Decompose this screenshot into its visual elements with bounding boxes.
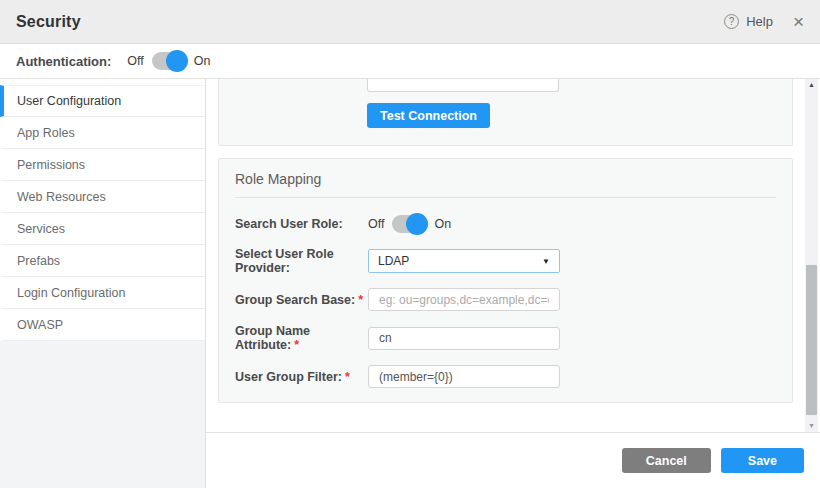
content-area: Test Connection Role Mapping Search User… xyxy=(206,79,820,488)
test-connection-button[interactable]: Test Connection xyxy=(367,103,490,128)
sidebar-item-owasp[interactable]: OWASP xyxy=(0,309,205,341)
sidebar-item-app-roles[interactable]: App Roles xyxy=(0,117,205,149)
group-search-base-row: Group Search Base:* xyxy=(235,288,776,311)
cancel-button[interactable]: Cancel xyxy=(622,448,711,473)
header-actions: ? Help × xyxy=(724,12,804,31)
sidebar-nav: User Configuration App Roles Permissions… xyxy=(0,79,205,341)
sidebar-item-permissions[interactable]: Permissions xyxy=(0,149,205,181)
search-user-role-row: Search User Role: Off On xyxy=(235,212,776,236)
save-button[interactable]: Save xyxy=(721,448,804,473)
sidebar-item-label: Services xyxy=(17,222,65,236)
scrollbar-thumb[interactable] xyxy=(806,265,817,415)
toggle-knob xyxy=(406,213,428,235)
user-group-filter-row: User Group Filter:* xyxy=(235,365,776,388)
sidebar-item-label: User Configuration xyxy=(17,94,121,108)
group-search-base-label: Group Search Base:* xyxy=(235,293,368,307)
group-search-base-input[interactable] xyxy=(368,288,560,311)
sidebar-item-label: App Roles xyxy=(17,126,75,140)
group-name-attribute-input[interactable] xyxy=(368,327,560,350)
scroll-up-arrow-icon[interactable]: ▲ xyxy=(805,79,818,91)
authentication-toggle[interactable] xyxy=(152,52,186,70)
role-mapping-title: Role Mapping xyxy=(235,171,776,187)
user-group-filter-label: User Group Filter:* xyxy=(235,370,368,384)
search-user-role-toggle[interactable] xyxy=(392,215,426,233)
user-role-provider-select[interactable]: LDAP ▼ xyxy=(368,249,560,273)
sidebar-item-user-configuration[interactable]: User Configuration xyxy=(0,85,205,117)
window-titlebar: Security ? Help × xyxy=(0,0,820,44)
user-group-filter-input[interactable] xyxy=(368,365,560,388)
sidebar-item-services[interactable]: Services xyxy=(0,213,205,245)
toggle-knob xyxy=(166,50,188,72)
scroll-down-arrow-icon[interactable]: ▼ xyxy=(805,420,818,432)
role-mapping-panel: Role Mapping Search User Role: Off On Se… xyxy=(218,158,793,403)
help-icon[interactable]: ? xyxy=(724,14,739,29)
caret-down-icon: ▼ xyxy=(542,257,550,266)
clipped-input-field[interactable] xyxy=(367,79,559,92)
ldap-connection-panel: Test Connection xyxy=(218,79,793,146)
authentication-on-label: On xyxy=(194,54,211,68)
main-area: User Configuration App Roles Permissions… xyxy=(0,79,820,488)
sidebar-item-prefabs[interactable]: Prefabs xyxy=(0,245,205,277)
sidebar-item-label: OWASP xyxy=(17,318,63,332)
required-marker: * xyxy=(358,293,363,307)
search-user-role-on-label: On xyxy=(434,217,451,231)
required-marker: * xyxy=(294,338,299,352)
close-icon[interactable]: × xyxy=(793,12,804,31)
group-name-attribute-label: Group Name Attribute:* xyxy=(235,324,368,352)
sidebar-item-label: Web Resources xyxy=(17,190,106,204)
group-name-attribute-row: Group Name Attribute:* xyxy=(235,324,776,352)
help-link[interactable]: Help xyxy=(746,14,773,29)
footer-actions: Cancel Save xyxy=(206,432,820,488)
sidebar-item-label: Permissions xyxy=(17,158,85,172)
sidebar-item-label: Prefabs xyxy=(17,254,60,268)
search-user-role-off-label: Off xyxy=(368,217,384,231)
sidebar: User Configuration App Roles Permissions… xyxy=(0,79,206,488)
page-title: Security xyxy=(16,13,81,31)
selected-option: LDAP xyxy=(378,254,409,268)
sidebar-item-login-configuration[interactable]: Login Configuration xyxy=(0,277,205,309)
scroll-viewport: Test Connection Role Mapping Search User… xyxy=(206,79,820,432)
required-marker: * xyxy=(345,370,350,384)
authentication-off-label: Off xyxy=(127,54,143,68)
sidebar-filler xyxy=(0,341,205,488)
provider-label: Select User Role Provider: xyxy=(235,247,368,275)
authentication-label: Authentication: xyxy=(16,54,111,69)
section-divider xyxy=(235,197,776,198)
provider-row: Select User Role Provider: LDAP ▼ xyxy=(235,247,776,275)
vertical-scrollbar[interactable]: ▲ ▼ xyxy=(805,79,818,432)
sidebar-item-web-resources[interactable]: Web Resources xyxy=(0,181,205,213)
search-user-role-label: Search User Role: xyxy=(235,217,368,231)
authentication-bar: Authentication: Off On xyxy=(0,44,820,79)
sidebar-item-label: Login Configuration xyxy=(17,286,125,300)
